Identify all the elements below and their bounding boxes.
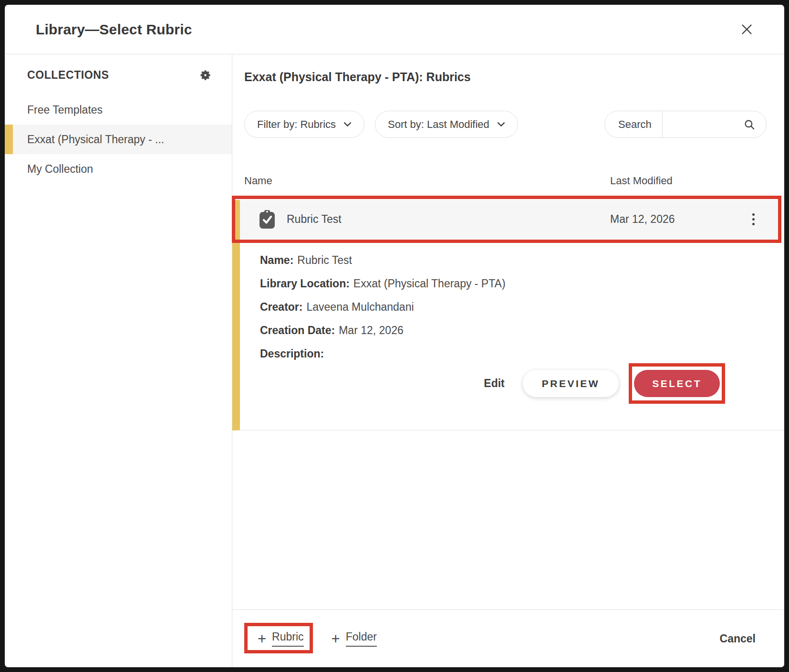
sidebar-item-label: Exxat (Physical Therapy - ... bbox=[27, 133, 164, 146]
edit-button[interactable]: Edit bbox=[481, 377, 507, 390]
collection-heading: Exxat (Physical Therapy - PTA): Rubrics bbox=[244, 70, 770, 84]
detail-date-label: Creation Date: bbox=[260, 324, 335, 336]
sidebar-item-label: My Collection bbox=[27, 163, 93, 176]
collections-list: Free Templates Exxat (Physical Therapy -… bbox=[5, 95, 232, 184]
gear-icon bbox=[199, 69, 212, 82]
cancel-button[interactable]: Cancel bbox=[720, 632, 756, 645]
detail-name: Name:Rubric Test bbox=[260, 253, 784, 267]
plus-icon: + bbox=[258, 631, 266, 646]
detail-date-value: Mar 12, 2026 bbox=[339, 324, 404, 336]
library-select-rubric-dialog: Library—Select Rubric COLLECTIONS bbox=[5, 5, 784, 667]
collections-settings-button[interactable] bbox=[199, 69, 212, 82]
rubric-detail-panel: Name:Rubric Test Library Location:Exxat … bbox=[232, 239, 784, 430]
column-header-name: Name bbox=[244, 175, 272, 187]
sort-dropdown[interactable]: Sort by: Last Modified bbox=[375, 111, 518, 138]
detail-name-label: Name: bbox=[260, 254, 293, 266]
detail-location-label: Library Location: bbox=[260, 277, 350, 290]
detail-description-label: Description: bbox=[260, 347, 324, 360]
table-row-rubric-test[interactable]: Rubric Test Mar 12, 2026 bbox=[232, 200, 778, 239]
rubric-row-wrapper: Rubric Test Mar 12, 2026 bbox=[232, 200, 784, 239]
select-button-wrapper: SELECT bbox=[634, 370, 720, 397]
detail-creation-date: Creation Date:Mar 12, 2026 bbox=[260, 323, 784, 337]
main-panel: Exxat (Physical Therapy - PTA): Rubrics … bbox=[232, 54, 784, 667]
collections-sidebar: COLLECTIONS Free Templates Exxat (Physic… bbox=[5, 54, 232, 667]
sidebar-item-my-collection[interactable]: My Collection bbox=[5, 154, 232, 184]
search-button[interactable] bbox=[743, 118, 766, 131]
collections-title: COLLECTIONS bbox=[27, 69, 109, 82]
row-menu-button[interactable] bbox=[749, 210, 758, 228]
dialog-title: Library—Select Rubric bbox=[36, 21, 192, 38]
add-folder-wrapper: + Folder bbox=[332, 630, 377, 647]
rubric-name: Rubric Test bbox=[287, 213, 342, 226]
kebab-icon bbox=[752, 213, 755, 225]
filter-dropdown-label: Filter by: Rubrics bbox=[257, 118, 336, 131]
chevron-down-icon bbox=[497, 122, 505, 127]
detail-description: Description: bbox=[260, 346, 784, 361]
search-label: Search bbox=[605, 118, 652, 131]
detail-creator-value: Laveena Mulchandani bbox=[306, 301, 414, 313]
dialog-header: Library—Select Rubric bbox=[5, 5, 784, 54]
detail-name-value: Rubric Test bbox=[297, 254, 352, 266]
close-icon bbox=[740, 23, 753, 36]
close-button[interactable] bbox=[738, 21, 755, 38]
preview-button[interactable]: PREVIEW bbox=[523, 370, 619, 397]
add-rubric-button[interactable]: + Rubric bbox=[258, 630, 304, 647]
chevron-down-icon bbox=[343, 122, 352, 127]
dialog-body: COLLECTIONS Free Templates Exxat (Physic… bbox=[5, 54, 784, 667]
search-box: Search bbox=[604, 111, 767, 138]
detail-location-value: Exxat (Physical Therapy - PTA) bbox=[353, 277, 506, 290]
collections-header: COLLECTIONS bbox=[5, 69, 232, 82]
detail-actions: Edit PREVIEW SELECT bbox=[260, 370, 720, 397]
add-folder-button[interactable]: + Folder bbox=[332, 630, 377, 647]
sort-dropdown-label: Sort by: Last Modified bbox=[388, 118, 489, 131]
sidebar-item-free-templates[interactable]: Free Templates bbox=[5, 95, 232, 125]
filter-dropdown[interactable]: Filter by: Rubrics bbox=[244, 111, 364, 138]
add-rubric-label: Rubric bbox=[272, 630, 303, 647]
column-header-last-modified: Last Modified bbox=[610, 175, 673, 187]
sidebar-item-label: Free Templates bbox=[27, 104, 103, 116]
rubric-last-modified: Mar 12, 2026 bbox=[610, 213, 675, 226]
table-column-headers: Name Last Modified bbox=[244, 175, 784, 187]
rubric-clipboard-icon bbox=[259, 210, 275, 229]
plus-icon: + bbox=[332, 631, 340, 646]
select-button[interactable]: SELECT bbox=[634, 370, 720, 397]
dialog-footer: + Rubric + Folder Cancel bbox=[232, 609, 784, 667]
detail-library-location: Library Location:Exxat (Physical Therapy… bbox=[260, 276, 784, 291]
search-input[interactable] bbox=[663, 111, 743, 137]
detail-creator: Creator:Laveena Mulchandani bbox=[260, 300, 784, 314]
search-icon bbox=[743, 118, 756, 131]
sidebar-item-exxat-collection[interactable]: Exxat (Physical Therapy - ... bbox=[5, 125, 232, 154]
toolbar: Filter by: Rubrics Sort by: Last Modifie… bbox=[244, 111, 767, 138]
add-rubric-wrapper: + Rubric bbox=[258, 630, 304, 647]
detail-creator-label: Creator: bbox=[260, 301, 302, 313]
add-folder-label: Folder bbox=[346, 630, 377, 647]
